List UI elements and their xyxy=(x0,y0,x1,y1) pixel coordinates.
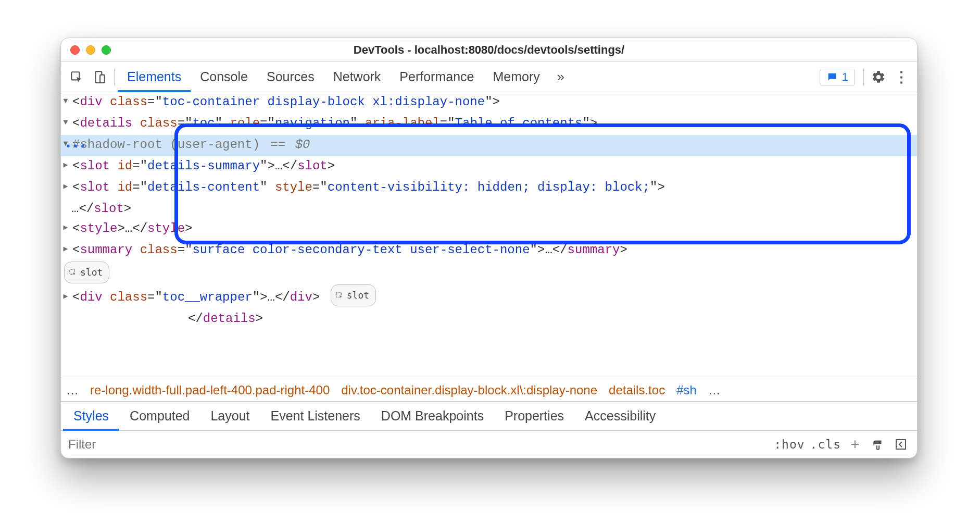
new-style-rule-icon[interactable]: + xyxy=(846,436,864,453)
selected-node-marker: $0 xyxy=(295,138,310,152)
dom-slot-reveal-badge[interactable]: slot xyxy=(61,262,917,284)
panel-tab-performance[interactable]: Performance xyxy=(390,62,483,92)
styles-filter-input[interactable] xyxy=(68,437,769,452)
breadcrumb-item[interactable]: div.toc-container.display-block.xl\:disp… xyxy=(341,383,597,397)
panel-tab-sources[interactable]: Sources xyxy=(257,62,324,92)
dom-node-details[interactable]: <details class="toc" role="navigation" a… xyxy=(61,114,917,135)
svg-rect-5 xyxy=(896,440,906,449)
svg-rect-2 xyxy=(100,74,105,82)
main-toolbar: Elements Console Sources Network Perform… xyxy=(61,62,917,92)
toolbar-separator xyxy=(114,68,115,86)
sidebar-tab-properties[interactable]: Properties xyxy=(494,402,574,431)
sidebar-tab-event-listeners[interactable]: Event Listeners xyxy=(260,402,371,431)
kebab-menu-icon[interactable]: ⋮ xyxy=(890,66,913,89)
styles-filter-bar: :hov .cls + xyxy=(61,431,917,458)
computed-toggle-icon[interactable] xyxy=(892,438,910,451)
elements-dom-tree[interactable]: ••• <div class="toc-container display-bl… xyxy=(61,92,917,379)
dom-node-div-toc-container[interactable]: <div class="toc-container display-block … xyxy=(61,92,917,114)
toggle-classes-button[interactable]: .cls xyxy=(810,438,841,451)
dom-node-summary[interactable]: <summary class="surface color-secondary-… xyxy=(61,240,917,262)
sidebar-tab-dom-breakpoints[interactable]: DOM Breakpoints xyxy=(371,402,494,431)
issues-count: 1 xyxy=(842,70,848,84)
titlebar: DevTools - localhost:8080/docs/devtools/… xyxy=(61,38,917,62)
breadcrumb-overflow-right[interactable]: … xyxy=(708,383,721,397)
panel-tab-memory[interactable]: Memory xyxy=(483,62,549,92)
toolbar-separator xyxy=(863,68,864,86)
sidebar-tab-accessibility[interactable]: Accessibility xyxy=(574,402,666,431)
dom-node-div-toc-wrapper[interactable]: <div class="toc__wrapper">…</div> slot xyxy=(61,284,917,309)
breadcrumb-item[interactable]: re-long.width-full.pad-left-400.pad-righ… xyxy=(90,383,330,397)
devtools-window: DevTools - localhost:8080/docs/devtools/… xyxy=(60,38,918,458)
dom-breadcrumb[interactable]: … re-long.width-full.pad-left-400.pad-ri… xyxy=(61,379,917,402)
panel-tabs: Elements Console Sources Network Perform… xyxy=(118,62,549,92)
paint-brush-icon[interactable] xyxy=(869,438,887,451)
issues-counter[interactable]: 1 xyxy=(820,69,855,85)
dom-node-style[interactable]: <style>…</style> xyxy=(61,219,917,240)
sidebar-tab-computed[interactable]: Computed xyxy=(119,402,200,431)
dom-node-slot-summary[interactable]: <slot id="details-summary">…</slot> xyxy=(61,156,917,178)
inspect-icon[interactable] xyxy=(65,66,88,89)
dom-node-slot-content[interactable]: <slot id="details-content" style="conten… xyxy=(61,178,917,219)
panel-tab-elements[interactable]: Elements xyxy=(118,62,191,92)
panel-tab-console[interactable]: Console xyxy=(191,62,257,92)
sidebar-tab-layout[interactable]: Layout xyxy=(200,402,260,431)
breadcrumb-item[interactable]: details.toc xyxy=(609,383,665,397)
gutter: ••• xyxy=(61,92,77,379)
sidebar-tab-styles[interactable]: Styles xyxy=(63,402,119,431)
settings-icon[interactable] xyxy=(867,66,890,89)
panel-tab-network[interactable]: Network xyxy=(324,62,391,92)
dom-node-shadow-root[interactable]: #shadow-root (user-agent) == $0 xyxy=(61,135,917,156)
sidebar-tabs: Styles Computed Layout Event Listeners D… xyxy=(61,402,917,431)
dom-node-details-close[interactable]: </details> xyxy=(61,309,917,329)
window-title: DevTools - localhost:8080/docs/devtools/… xyxy=(61,43,917,57)
gutter-ellipsis-icon: ••• xyxy=(65,137,87,157)
breadcrumb-overflow-left[interactable]: … xyxy=(66,383,79,397)
more-panels-icon[interactable]: » xyxy=(549,66,572,89)
toggle-hover-button[interactable]: :hov xyxy=(774,438,805,451)
breadcrumb-item-current[interactable]: #sh xyxy=(676,383,697,397)
device-toggle-icon[interactable] xyxy=(88,66,111,89)
dom-slot-reveal-badge[interactable]: slot xyxy=(331,284,376,306)
